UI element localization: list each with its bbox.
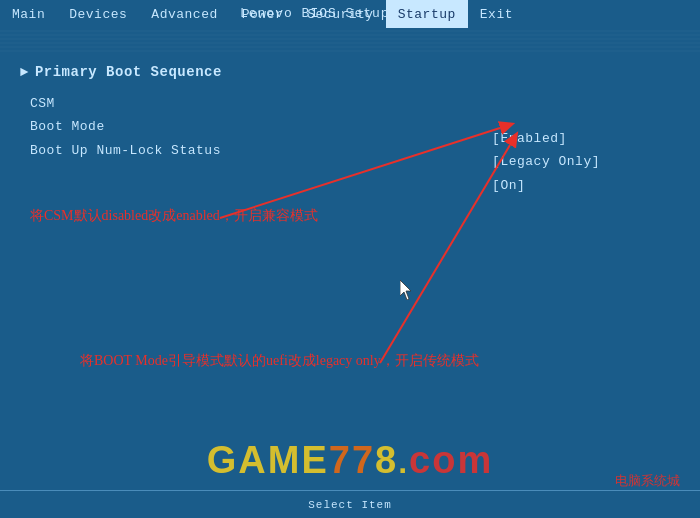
menu-power[interactable]: Power: [230, 0, 296, 28]
bios-screen: Main Devices Advanced Power Security Sta…: [0, 0, 700, 518]
value-csm: [Enabled]: [492, 127, 600, 150]
menu-advanced[interactable]: Advanced: [139, 0, 229, 28]
menu-bar: Main Devices Advanced Power Security Sta…: [0, 0, 700, 28]
menu-main[interactable]: Main: [0, 0, 57, 28]
bottom-bar: Select Item: [0, 490, 700, 518]
watermark-sub: 电脑系统城: [615, 472, 680, 490]
values-column: [Enabled] [Legacy Only] [On]: [492, 127, 600, 197]
section-title: Primary Boot Sequence: [35, 64, 222, 80]
content-area: ► Primary Boot Sequence CSM Boot Mode Bo…: [0, 52, 700, 490]
bottom-hint: Select Item: [308, 499, 392, 511]
value-boot-mode: [Legacy Only]: [492, 150, 600, 173]
menu-devices[interactable]: Devices: [57, 0, 139, 28]
menu-security[interactable]: Security: [295, 0, 385, 28]
value-numlock: [On]: [492, 174, 600, 197]
menu-items: Main Devices Advanced Power Security Sta…: [0, 0, 525, 28]
setting-csm[interactable]: CSM: [30, 92, 680, 115]
menu-exit[interactable]: Exit: [468, 0, 525, 28]
menu-startup[interactable]: Startup: [386, 0, 468, 28]
section-arrow-icon: ►: [20, 64, 29, 80]
section-header: ► Primary Boot Sequence: [20, 64, 680, 80]
